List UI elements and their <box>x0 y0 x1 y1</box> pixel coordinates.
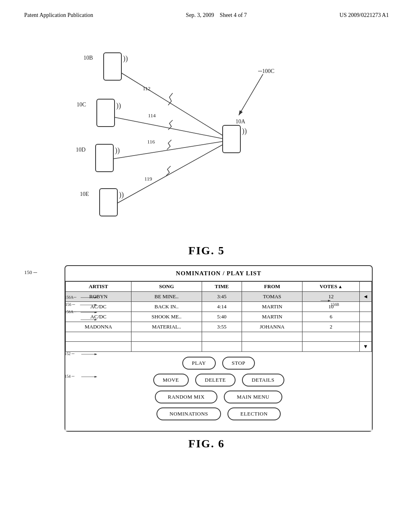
btn-row-4: NOMINATIONS ELECTION <box>73 407 364 420</box>
election-button[interactable]: ELECTION <box>227 407 281 420</box>
col-votes: VOTES▲ <box>302 282 360 292</box>
patent-header: Patent Application Publication Sep. 3, 2… <box>0 0 413 23</box>
svg-line-16 <box>121 73 223 135</box>
fig5-label: FIG. 5 <box>24 244 389 257</box>
table-header-row: ARTIST SONG TIME FROM VOTES▲ <box>66 282 372 292</box>
playlist-table: ARTIST SONG TIME FROM VOTES▲ ROBYNBE MIN… <box>65 281 372 352</box>
svg-text:)): )) <box>242 127 247 135</box>
buttons-area: PLAY STOP MOVE DELETE DETAILS RANDOM MIX… <box>65 352 372 431</box>
svg-line-24 <box>239 74 263 115</box>
svg-rect-8 <box>223 125 240 153</box>
svg-text:116: 116 <box>147 139 155 145</box>
fig6-diagram: 150 ─ NOMINATION / PLAY LIST ARTIST SONG… <box>24 265 389 450</box>
col-extra <box>360 282 372 292</box>
svg-text:)): )) <box>115 146 120 155</box>
svg-text:10A: 10A <box>236 118 246 125</box>
svg-rect-4 <box>96 144 113 172</box>
svg-text:10C: 10C <box>77 102 86 108</box>
col-from: FROM <box>242 282 302 292</box>
main-content: )) )) )) )) )) 10B 10C 10D 10E 10A ─100C <box>0 23 413 458</box>
svg-text:10E: 10E <box>80 191 89 197</box>
table-row: MADONNAMATERIAL..3:55JOHANNA2 <box>66 322 372 332</box>
empty-row <box>66 332 372 342</box>
delete-button[interactable]: DELETE <box>195 374 236 387</box>
svg-rect-6 <box>100 189 117 216</box>
btn-row-3: RANDOM MIX MAIN MENU <box>73 391 364 403</box>
svg-rect-2 <box>97 99 115 127</box>
table-row: AC/DCBACK IN..4:14MARTIN10 <box>66 302 372 312</box>
header-right: US 2009/0221273 A1 <box>340 12 389 19</box>
col-artist: ARTIST <box>66 282 131 292</box>
svg-text:)): )) <box>123 54 128 63</box>
svg-rect-0 <box>104 53 121 80</box>
svg-text:112: 112 <box>143 85 150 91</box>
svg-line-18 <box>113 141 223 159</box>
col-song: SONG <box>131 282 202 292</box>
fig6-label: FIG. 6 <box>24 437 389 450</box>
play-button[interactable]: PLAY <box>182 357 216 370</box>
label-150: 150 ─ <box>24 269 37 276</box>
empty-row: ▼ <box>66 342 372 352</box>
svg-text:)): )) <box>116 102 121 110</box>
svg-text:─100C: ─100C <box>258 68 274 74</box>
svg-line-19 <box>117 145 223 203</box>
svg-text:10D: 10D <box>76 147 86 153</box>
random-mix-button[interactable]: RANDOM MIX <box>155 391 217 403</box>
nominations-button[interactable]: NOMINATIONS <box>156 407 221 420</box>
svg-text:10B: 10B <box>83 55 93 61</box>
header-center: Sep. 3, 2009 Sheet 4 of 7 <box>186 12 247 19</box>
playlist-title: NOMINATION / PLAY LIST <box>65 266 372 281</box>
main-menu-button[interactable]: MAIN MENU <box>224 391 282 403</box>
svg-text:119: 119 <box>144 176 152 182</box>
svg-text:114: 114 <box>148 112 156 118</box>
fig5-diagram: )) )) )) )) )) 10B 10C 10D 10E 10A ─100C <box>24 31 389 240</box>
svg-text:)): )) <box>119 191 124 199</box>
btn-row-2: MOVE DELETE DETAILS <box>73 374 364 387</box>
playlist-container: NOMINATION / PLAY LIST ARTIST SONG TIME … <box>65 265 373 432</box>
table-row: ROBYNBE MINE..3:45TOMAS12◄ <box>66 292 372 302</box>
col-time: TIME <box>202 282 242 292</box>
svg-line-17 <box>115 117 223 139</box>
details-button[interactable]: DETAILS <box>242 374 284 387</box>
stop-button[interactable]: STOP <box>222 357 255 370</box>
header-left: Patent Application Publication <box>24 12 93 19</box>
move-button[interactable]: MOVE <box>153 374 189 387</box>
btn-row-1: PLAY STOP <box>73 357 364 370</box>
table-row: AC/DCSHOOK ME..5:40MARTIN6 <box>66 312 372 322</box>
